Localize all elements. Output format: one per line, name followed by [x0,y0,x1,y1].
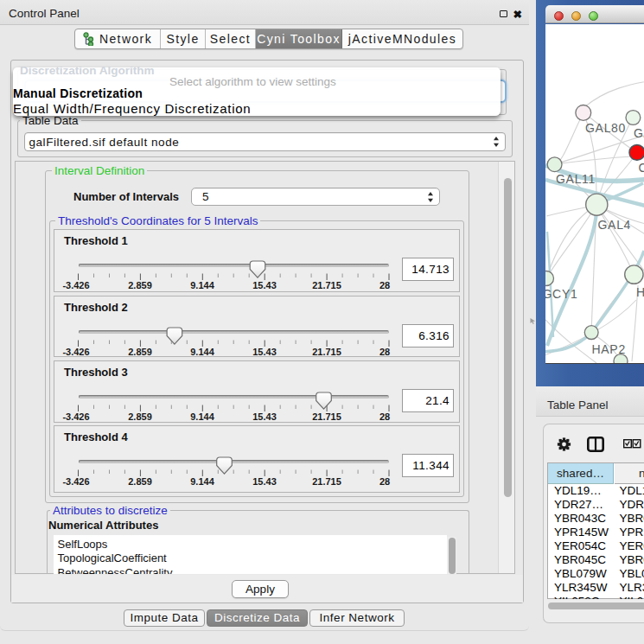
svg-text:GAL1: GAL1 [634,126,644,140]
svg-text:GAL11: GAL11 [556,172,596,186]
svg-text:H: H [636,285,644,299]
svg-text:C: C [639,161,644,175]
svg-text:HAP2: HAP2 [592,342,626,356]
svg-text:GAL4: GAL4 [598,218,632,232]
svg-text:GAL80: GAL80 [585,121,626,135]
svg-text:GCY1: GCY1 [545,287,577,301]
